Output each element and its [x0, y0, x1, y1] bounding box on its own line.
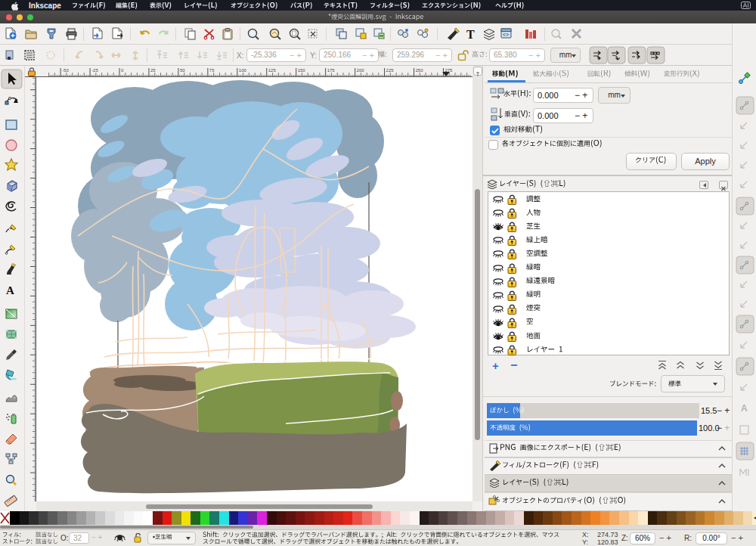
svg-text:75: 75	[209, 68, 215, 73]
svg-text:225: 225	[386, 68, 395, 73]
svg-text:175: 175	[327, 68, 336, 73]
svg-text:250: 250	[416, 68, 424, 73]
svg-text:125: 125	[268, 68, 277, 73]
svg-text:100: 100	[239, 68, 247, 73]
svg-text:T: T	[466, 28, 475, 41]
svg-text:<>: <>	[503, 32, 509, 37]
svg-text:200: 200	[357, 68, 365, 73]
svg-text:50: 50	[180, 68, 185, 73]
svg-text:-25: -25	[91, 68, 98, 73]
svg-text:25: 25	[150, 68, 156, 73]
svg-text:-50: -50	[62, 68, 69, 73]
svg-text:A: A	[6, 284, 14, 296]
svg-text:A: A	[741, 403, 748, 414]
svg-text:150: 150	[298, 68, 306, 73]
